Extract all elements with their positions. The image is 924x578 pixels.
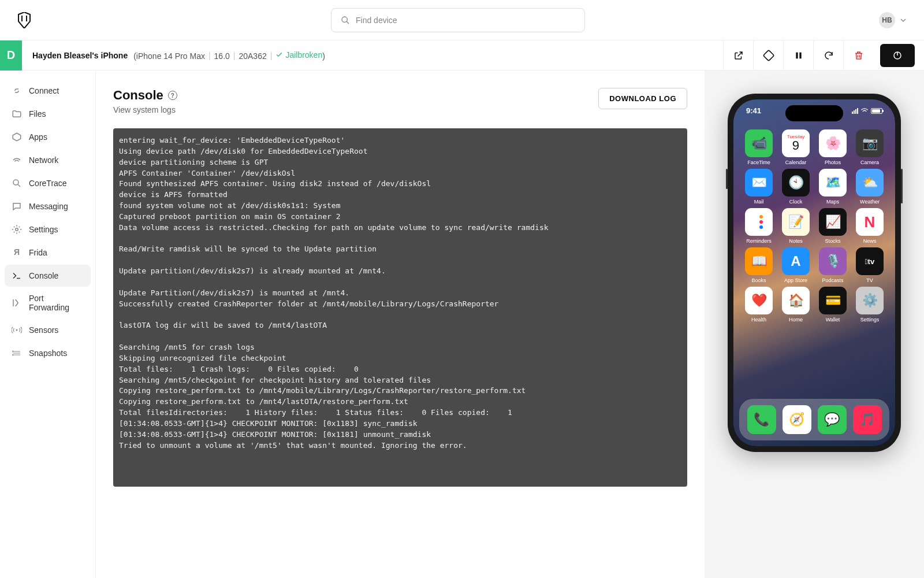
- app-tv[interactable]: tvTV: [854, 247, 886, 283]
- dock-app-messages[interactable]: 💬: [818, 405, 847, 434]
- app-calendar[interactable]: Tuesday9Calendar: [780, 129, 812, 165]
- dock-app-safari[interactable]: 🧭: [783, 405, 811, 434]
- search-input[interactable]: Find device: [331, 8, 585, 32]
- search-placeholder: Find device: [356, 16, 397, 25]
- app-home[interactable]: 🏠Home: [780, 287, 812, 323]
- avatar: HB: [879, 12, 895, 28]
- refresh-button[interactable]: [813, 40, 843, 71]
- svg-point-10: [16, 329, 18, 331]
- logo-icon: [17, 12, 31, 28]
- status-time: 9:41: [746, 106, 761, 115]
- app-notes[interactable]: 📝Notes: [780, 208, 812, 244]
- app-photos[interactable]: 🌸Photos: [817, 129, 849, 165]
- svg-rect-3: [796, 52, 798, 58]
- topbar: Find device HB: [0, 0, 924, 40]
- sidebar-item-coretrace[interactable]: CoreTrace: [5, 172, 91, 194]
- console-output[interactable]: entering wait_for_device: 'EmbeddedDevic…: [113, 128, 687, 487]
- check-icon: [275, 51, 283, 58]
- app-wallet[interactable]: 💳Wallet: [817, 287, 849, 323]
- dock: 📞🧭💬🎵: [739, 399, 889, 440]
- phone-screen[interactable]: 9:41 📹FaceTimeTuesday9Calendar🌸Photos📷Ca…: [733, 99, 895, 446]
- search-icon: [341, 16, 350, 25]
- device-meta: (iPhone 14 Pro Max|16.0|20A362|Jailbroke…: [133, 50, 325, 61]
- sidebar-item-sensors[interactable]: Sensors: [5, 319, 91, 341]
- device-name: Hayden Bleasel's iPhone: [32, 51, 128, 60]
- rotate-button[interactable]: [753, 40, 783, 71]
- app-mail[interactable]: ✉️Mail: [743, 169, 775, 205]
- main: Connect Files Apps Network CoreTrace Mes…: [0, 71, 924, 578]
- sidebar-item-connect[interactable]: Connect: [5, 80, 91, 102]
- user-menu[interactable]: HB: [879, 12, 907, 28]
- signal-icon: [852, 108, 858, 114]
- app-reminders[interactable]: Reminders: [743, 208, 775, 244]
- help-icon[interactable]: ?: [168, 91, 177, 100]
- power-button[interactable]: [880, 44, 915, 67]
- app-app-store[interactable]: AApp Store: [780, 247, 812, 283]
- svg-point-9: [16, 228, 18, 231]
- app-news[interactable]: NNews: [854, 208, 886, 244]
- delete-button[interactable]: [843, 40, 873, 71]
- sidebar: Connect Files Apps Network CoreTrace Mes…: [0, 71, 96, 578]
- sidebar-item-apps[interactable]: Apps: [5, 126, 91, 148]
- svg-line-8: [18, 184, 20, 187]
- app-maps[interactable]: 🗺️Maps: [817, 169, 849, 205]
- download-log-button[interactable]: DOWNLOAD LOG: [598, 88, 687, 109]
- battery-icon: [871, 108, 882, 114]
- app-settings[interactable]: ⚙️Settings: [854, 287, 886, 323]
- dock-app-music[interactable]: 🎵: [853, 405, 882, 434]
- sidebar-item-console[interactable]: Console: [5, 265, 91, 287]
- svg-rect-2: [763, 50, 774, 61]
- device-badge: D: [0, 40, 22, 71]
- svg-point-7: [13, 180, 18, 185]
- wifi-icon: [860, 108, 869, 114]
- dock-app-phone[interactable]: 📞: [747, 405, 776, 434]
- app-books[interactable]: 📖Books: [743, 247, 775, 283]
- app-stocks[interactable]: 📈Stocks: [817, 208, 849, 244]
- app-clock[interactable]: 🕙Clock: [780, 169, 812, 205]
- pause-button[interactable]: [783, 40, 813, 71]
- phone-frame: 9:41 📹FaceTimeTuesday9Calendar🌸Photos📷Ca…: [728, 94, 901, 452]
- device-bar: D Hayden Bleasel's iPhone (iPhone 14 Pro…: [0, 40, 924, 71]
- svg-line-1: [346, 21, 349, 24]
- sidebar-item-settings[interactable]: Settings: [5, 218, 91, 240]
- chevron-down-icon: [900, 17, 907, 24]
- open-external-button[interactable]: [723, 40, 753, 71]
- sidebar-item-port-forwarding[interactable]: Port Forwarding: [5, 288, 91, 318]
- svg-rect-4: [799, 52, 801, 58]
- page-subtitle: View system logs: [113, 105, 177, 114]
- home-apps: 📹FaceTimeTuesday9Calendar🌸Photos📷Camera✉…: [733, 129, 895, 323]
- sidebar-item-frida[interactable]: ЯFrida: [5, 242, 91, 264]
- status-bar: 9:41: [733, 106, 895, 115]
- content: Console ? View system logs DOWNLOAD LOG …: [96, 71, 705, 578]
- sidebar-item-messaging[interactable]: Messaging: [5, 195, 91, 217]
- device-preview: 9:41 📹FaceTimeTuesday9Calendar🌸Photos📷Ca…: [705, 71, 924, 578]
- app-facetime[interactable]: 📹FaceTime: [743, 129, 775, 165]
- sidebar-item-network[interactable]: Network: [5, 149, 91, 171]
- svg-point-0: [342, 17, 347, 22]
- page-title: Console ?: [113, 88, 177, 103]
- sidebar-item-snapshots[interactable]: Snapshots: [5, 342, 91, 364]
- app-camera[interactable]: 📷Camera: [854, 129, 886, 165]
- app-weather[interactable]: ⛅Weather: [854, 169, 886, 205]
- app-podcasts[interactable]: 🎙️Podcasts: [817, 247, 849, 283]
- app-health[interactable]: ❤️Health: [743, 287, 775, 323]
- sidebar-item-files[interactable]: Files: [5, 103, 91, 125]
